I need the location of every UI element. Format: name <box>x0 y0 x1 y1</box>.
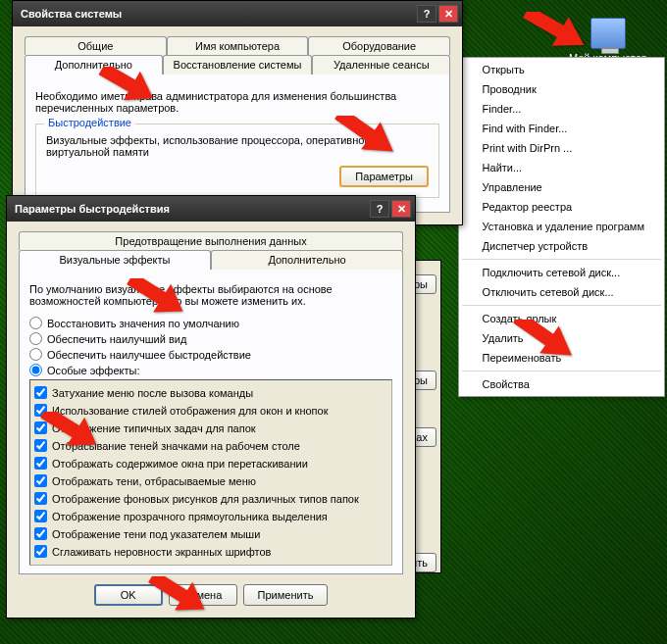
admin-note: Необходимо иметь права администратора дл… <box>35 90 439 114</box>
radio-option[interactable]: Обеспечить наилучшее быстродействие <box>29 348 392 361</box>
radio-option[interactable]: Особые эффекты: <box>29 364 392 376</box>
apply-button[interactable]: Применить <box>243 584 329 606</box>
menu-item[interactable]: Установка и удаление программ <box>461 217 662 236</box>
group-title: Быстродействие <box>44 117 135 128</box>
help-button[interactable]: ? <box>417 5 436 23</box>
effect-checkbox[interactable]: Сглаживать неровности экранных шрифтов <box>32 544 389 559</box>
help-button[interactable]: ? <box>370 200 389 218</box>
titlebar[interactable]: Параметры быстродействия ? ✕ <box>7 196 415 222</box>
perf-desc: По умолчанию визуальные эффекты выбирают… <box>29 283 392 307</box>
tab[interactable]: Оборудование <box>308 36 450 55</box>
titlebar[interactable]: Свойства системы ? ✕ <box>13 1 462 26</box>
params-button[interactable]: Параметры <box>339 166 429 187</box>
window-performance-options: Параметры быстродействия ? ✕ Предотвраще… <box>6 195 416 619</box>
effect-checkbox[interactable]: Отображение тени под указателем мыши <box>32 526 389 541</box>
tab[interactable]: Дополнительно <box>25 55 163 74</box>
tab[interactable]: Имя компьютера <box>167 36 309 55</box>
window-title: Свойства системы <box>17 8 415 20</box>
close-button[interactable]: ✕ <box>438 5 458 23</box>
menu-separator <box>462 371 661 372</box>
context-menu: ОткрытьПроводникFinder...Find with Finde… <box>458 57 665 397</box>
computer-icon <box>590 18 626 49</box>
tab[interactable]: Восстановление системы <box>163 55 313 74</box>
radio-option[interactable]: Восстановить значения по умолчанию <box>29 317 392 329</box>
group-desc: Визуальные эффекты, использование процес… <box>46 134 429 158</box>
menu-item[interactable]: Свойства <box>461 374 662 394</box>
menu-item[interactable]: Редактор реестра <box>461 197 662 217</box>
tab[interactable]: Визуальные эффекты <box>19 250 211 270</box>
menu-item[interactable]: Проводник <box>461 79 662 99</box>
window-system-properties: Свойства системы ? ✕ ОбщиеИмя компьютера… <box>12 0 463 225</box>
menu-item[interactable]: Найти... <box>461 158 662 177</box>
menu-separator <box>462 305 661 306</box>
effect-checkbox[interactable]: Отображать тени, отбрасываемые меню <box>32 473 389 488</box>
menu-item[interactable]: Print with DirPrn ... <box>461 138 662 158</box>
tab[interactable]: Удаленные сеансы <box>312 55 450 74</box>
effect-checkbox[interactable]: Использование стилей отображения для око… <box>32 403 389 418</box>
ok-button[interactable]: OK <box>94 584 163 606</box>
close-button[interactable]: ✕ <box>391 200 411 218</box>
menu-item[interactable]: Подключить сетевой диск... <box>461 263 662 282</box>
menu-item[interactable]: Переименовать <box>461 348 662 368</box>
window-title: Параметры быстродействия <box>11 203 368 215</box>
menu-item[interactable]: Отключить сетевой диск... <box>461 282 662 302</box>
tab[interactable]: Общие <box>25 36 167 55</box>
menu-item[interactable]: Find with Finder... <box>461 119 662 138</box>
effects-list[interactable]: Затухание меню после вызова командыИспол… <box>29 379 392 566</box>
effect-checkbox[interactable]: Отображение типичных задач для папок <box>32 421 389 435</box>
menu-item[interactable]: Управление <box>461 177 662 197</box>
group-performance: Быстродействие Визуальные эффекты, испол… <box>35 124 439 198</box>
tab[interactable]: Дополнительно <box>211 250 403 270</box>
effect-checkbox[interactable]: Отображать содержимое окна при перетаски… <box>32 456 389 471</box>
effect-checkbox[interactable]: Отображение прозрачного прямоугольника в… <box>32 509 389 523</box>
menu-separator <box>462 259 661 260</box>
menu-item[interactable]: Диспетчер устройств <box>461 236 662 256</box>
menu-item[interactable]: Создать ярлык <box>461 309 662 328</box>
radio-option[interactable]: Обеспечить наилучший вид <box>29 332 392 345</box>
menu-item[interactable]: Открыть <box>461 60 662 79</box>
effect-checkbox[interactable]: Затухание меню после вызова команды <box>32 385 389 400</box>
menu-item[interactable]: Удалить <box>461 328 662 348</box>
cancel-button[interactable]: Отмена <box>169 584 237 606</box>
effect-checkbox[interactable]: Отображение фоновых рисунков для различн… <box>32 491 389 506</box>
tab-dep[interactable]: Предотвращение выполнения данных <box>19 231 403 250</box>
effect-checkbox[interactable]: Отбрасывание теней значками на рабочем с… <box>32 438 389 453</box>
menu-item[interactable]: Finder... <box>461 99 662 119</box>
